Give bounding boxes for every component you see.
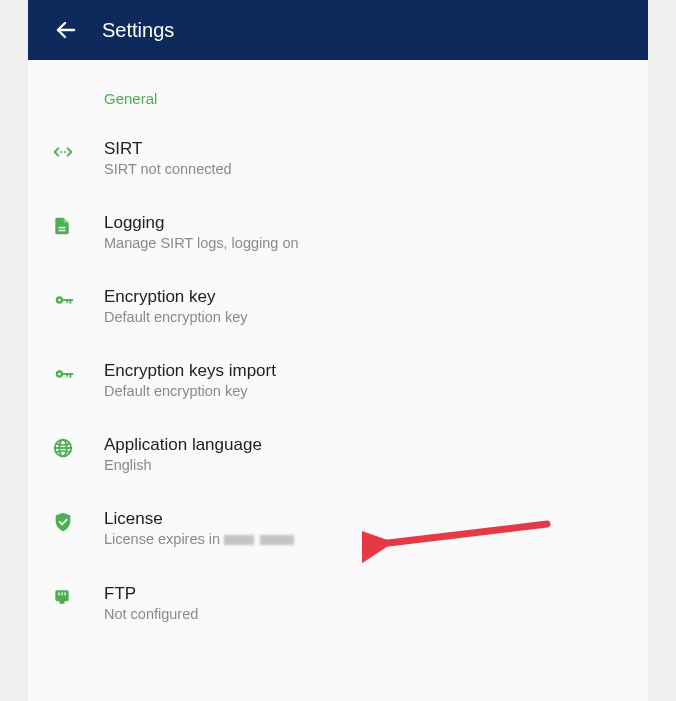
item-title: SIRT <box>104 139 624 159</box>
license-expires-label: License expires in <box>104 531 224 547</box>
svg-point-11 <box>58 373 61 376</box>
svg-point-6 <box>58 299 61 302</box>
item-text: FTP Not configured <box>104 584 624 622</box>
item-subtitle: License expires in <box>104 531 624 548</box>
redacted-date <box>224 532 300 548</box>
item-title: FTP <box>104 584 624 604</box>
item-subtitle: Default encryption key <box>104 309 624 325</box>
item-logging[interactable]: Logging Manage SIRT logs, logging on <box>28 199 648 273</box>
svg-rect-3 <box>59 227 66 229</box>
item-text: Encryption keys import Default encryptio… <box>104 361 624 399</box>
item-subtitle: English <box>104 457 624 473</box>
item-text: Encryption key Default encryption key <box>104 287 624 325</box>
svg-rect-8 <box>70 299 72 304</box>
network-icon <box>52 139 104 163</box>
settings-screen: Settings General SIRT SIRT not connected <box>28 0 648 701</box>
svg-rect-13 <box>70 373 72 378</box>
svg-rect-20 <box>64 593 65 596</box>
item-encryption-key[interactable]: Encryption key Default encryption key <box>28 273 648 347</box>
svg-rect-19 <box>61 593 62 596</box>
arrow-left-icon <box>54 18 78 42</box>
ethernet-icon <box>52 584 104 608</box>
key-icon <box>52 361 104 385</box>
item-title: Logging <box>104 213 624 233</box>
page-title: Settings <box>102 19 174 42</box>
item-subtitle: Manage SIRT logs, logging on <box>104 235 624 251</box>
item-subtitle: Default encryption key <box>104 383 624 399</box>
item-ftp[interactable]: FTP Not configured <box>28 570 648 644</box>
settings-list: General SIRT SIRT not connected <box>28 60 648 656</box>
document-icon <box>52 213 104 237</box>
item-title: License <box>104 509 624 529</box>
key-icon <box>52 287 104 311</box>
item-subtitle: Not configured <box>104 606 624 622</box>
item-text: Logging Manage SIRT logs, logging on <box>104 213 624 251</box>
item-subtitle: SIRT not connected <box>104 161 624 177</box>
back-button[interactable] <box>48 12 84 48</box>
globe-icon <box>52 435 104 459</box>
item-license[interactable]: License License expires in <box>28 495 648 570</box>
shield-check-icon <box>52 509 104 533</box>
section-header-general: General <box>28 84 648 125</box>
item-encryption-import[interactable]: Encryption keys import Default encryptio… <box>28 347 648 421</box>
item-text: License License expires in <box>104 509 624 548</box>
item-text: SIRT SIRT not connected <box>104 139 624 177</box>
item-language[interactable]: Application language English <box>28 421 648 495</box>
item-title: Encryption keys import <box>104 361 624 381</box>
app-bar: Settings <box>28 0 648 60</box>
svg-point-2 <box>64 151 66 153</box>
item-text: Application language English <box>104 435 624 473</box>
svg-rect-14 <box>66 373 68 377</box>
item-title: Encryption key <box>104 287 624 307</box>
svg-point-1 <box>60 151 62 153</box>
svg-rect-18 <box>58 593 59 596</box>
svg-rect-9 <box>66 299 68 303</box>
item-title: Application language <box>104 435 624 455</box>
item-sirt[interactable]: SIRT SIRT not connected <box>28 125 648 199</box>
svg-rect-4 <box>59 230 66 232</box>
